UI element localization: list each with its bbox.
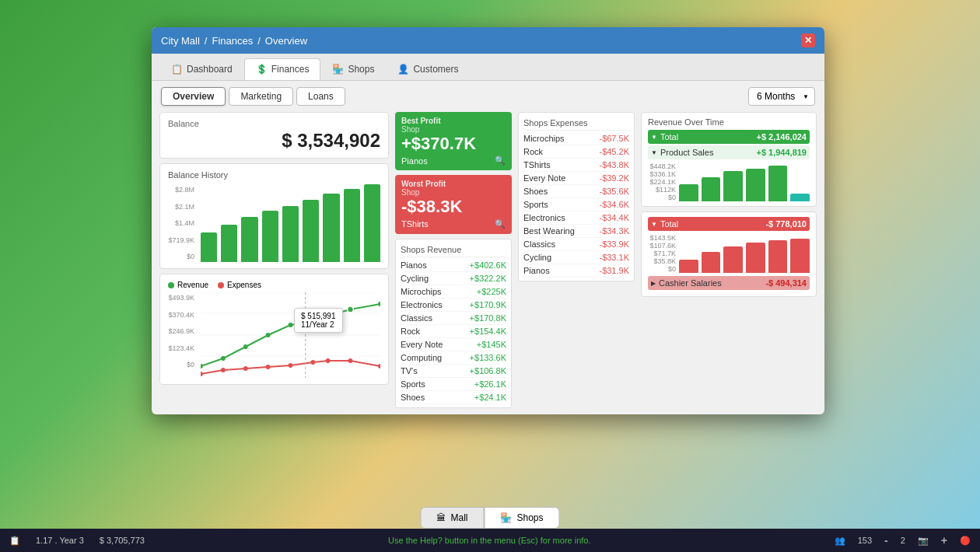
revenue-total-row[interactable]: ▼ Total +$ 2,146,024 <box>648 130 810 144</box>
note-icon: 📋 <box>9 536 20 546</box>
shops-revenue-list[interactable]: Pianos+$402.6K Cycling+$322.2K Microchip… <box>401 259 506 404</box>
time-bar <box>746 169 765 202</box>
tab-dashboard[interactable]: 📋 Dashboard <box>159 58 244 80</box>
list-item: TShirts-$43.8K <box>523 159 629 172</box>
cashier-expand-icon: ▶ <box>651 280 656 287</box>
bar-3 <box>241 217 257 262</box>
revenue-over-time-section: Revenue Over Time ▼ Total +$ 2,146,024 ▼… <box>641 112 817 207</box>
best-profit-name: Pianos <box>401 156 428 166</box>
expenses-total-label: Total <box>660 219 678 229</box>
close-button[interactable]: ✕ <box>801 33 815 47</box>
bar-5 <box>282 206 299 262</box>
list-item: Classics-$33.9K <box>523 238 629 251</box>
customers-icon: 👤 <box>397 64 409 75</box>
time-bar <box>679 260 698 274</box>
worst-search-icon[interactable]: 🔍 <box>495 219 506 229</box>
shops-icon: 🏪 <box>332 64 344 75</box>
list-item: Cycling+$322.2K <box>401 272 506 285</box>
list-item: Rock+$154.4K <box>401 325 506 338</box>
product-sales-label: Product Sales <box>660 148 713 157</box>
finances-icon: 💲 <box>256 64 268 75</box>
time-bar <box>790 194 810 201</box>
subtab-loans[interactable]: Loans <box>296 87 345 106</box>
bottom-nav-mall[interactable]: 🏛 Mall <box>420 507 484 529</box>
zoom-plus-button[interactable]: + <box>941 534 947 547</box>
shops-expenses-header: Shops Expenses <box>523 116 629 131</box>
list-item: Classics+$170.8K <box>401 312 506 325</box>
expand-icon: ▼ <box>651 149 657 156</box>
tab-customers-label: Customers <box>413 64 458 75</box>
finance-modal: City Mall / Finances / Overview ✕ 📋 Dash… <box>152 27 824 414</box>
cashier-salaries-row[interactable]: ▶ Cashier Salaries -$ 494,314 <box>648 276 810 290</box>
svg-point-22 <box>378 364 380 369</box>
right-panel: Revenue Over Time ▼ Total +$ 2,146,024 ▼… <box>641 112 817 408</box>
balance-history-section: Balance History $2.8M $2.1M $1.4M $719.9… <box>159 163 389 269</box>
svg-point-15 <box>221 368 226 372</box>
sub-tabs: Overview Marketing Loans 1 Month 3 Month… <box>152 81 824 109</box>
balance-label: Balance <box>168 119 380 128</box>
svg-point-14 <box>201 372 203 376</box>
cashier-salaries-value: -$ 494,314 <box>765 278 807 288</box>
balance-bars <box>201 184 380 262</box>
revenue-time-bars <box>679 162 810 201</box>
time-bar <box>768 240 788 274</box>
list-item: Pianos-$31.9K <box>523 264 629 278</box>
game-date: 1.17 . Year 3 <box>36 536 84 545</box>
list-item: Rock-$45.2K <box>523 145 629 159</box>
list-item: Best Wearing-$34.3K <box>523 225 629 238</box>
shops-bottom-icon: 🏪 <box>500 512 512 523</box>
tab-customers[interactable]: 👤 Customers <box>386 58 470 80</box>
worker-icon: 👥 <box>835 536 845 546</box>
shops-expenses-section: Shops Expenses Microchips-$67.5K Rock-$4… <box>518 112 635 281</box>
svg-point-11 <box>326 313 331 318</box>
breadcrumb-city: City Mall <box>161 35 200 47</box>
bar-chart-y-labels: $2.8M $2.1M $1.4M $719.9K $0 <box>168 184 194 262</box>
svg-point-20 <box>326 358 331 363</box>
svg-point-21 <box>348 358 353 363</box>
line-chart-section: Revenue Expenses $493.9K $370.4K $246.9K… <box>159 274 389 385</box>
time-bar <box>702 252 721 274</box>
shops-expenses-list[interactable]: Microchips-$67.5K Rock-$45.2K TShirts-$4… <box>523 132 629 278</box>
subtab-marketing[interactable]: Marketing <box>229 87 293 106</box>
expenses-total-row[interactable]: ▼ Total -$ 778,010 <box>648 217 810 231</box>
period-selector-wrap: 1 Month 3 Months 6 Months 1 Year All Tim… <box>748 87 815 106</box>
revenue-total-label: Total <box>660 132 678 141</box>
tab-finances[interactable]: 💲 Finances <box>244 58 321 80</box>
list-item: Electronics+$170.9K <box>401 299 506 312</box>
bottom-nav-shops[interactable]: 🏪 Shops <box>484 507 559 529</box>
cashier-salaries-label: Cashier Salaries <box>659 278 722 288</box>
revenue-over-time-header: Revenue Over Time <box>648 117 810 127</box>
subtab-overview[interactable]: Overview <box>161 87 226 106</box>
worker-count: 153 <box>858 536 872 545</box>
list-item: TV's+$106.8K <box>401 365 506 378</box>
svg-point-8 <box>266 333 271 337</box>
svg-point-10 <box>310 320 315 324</box>
time-bar <box>746 243 765 273</box>
best-search-icon[interactable]: 🔍 <box>495 155 506 166</box>
svg-point-12 <box>348 306 354 313</box>
expenses-over-time-section: ▼ Total -$ 778,010 $143.5K $107.6K $71.7… <box>641 211 817 297</box>
svg-point-19 <box>310 360 315 365</box>
period-select[interactable]: 1 Month 3 Months 6 Months 1 Year All Tim… <box>748 87 815 106</box>
shops-revenue-header: Shops Revenue <box>401 243 506 257</box>
left-panel: Balance $ 3,534,902 Balance History $2.8… <box>159 112 389 408</box>
game-balance: $ 3,705,773 <box>100 536 145 545</box>
list-item: Microchips-$67.5K <box>523 132 629 145</box>
revenue-dot <box>168 282 174 288</box>
time-bar <box>702 177 721 201</box>
list-item: Shoes-$35.6K <box>523 185 629 198</box>
list-item: Microchips+$225K <box>401 285 506 299</box>
expenses-time-bars <box>679 234 810 273</box>
product-sales-row[interactable]: ▼ Product Sales +$ 1,944,819 <box>648 145 810 159</box>
balance-value: $ 3,534,902 <box>168 130 380 152</box>
svg-point-17 <box>266 365 271 369</box>
bar-2 <box>221 225 237 262</box>
collapse-icon-expenses: ▼ <box>651 221 657 228</box>
tab-shops[interactable]: 🏪 Shops <box>320 58 386 80</box>
zoom-minus-button[interactable]: - <box>884 534 888 547</box>
list-item: Pianos+$402.6K <box>401 259 506 272</box>
bar-6 <box>303 200 319 262</box>
balance-section: Balance $ 3,534,902 <box>159 112 389 159</box>
tab-finances-label: Finances <box>271 64 310 75</box>
revenue-time-title: Revenue Over Time <box>648 117 724 127</box>
